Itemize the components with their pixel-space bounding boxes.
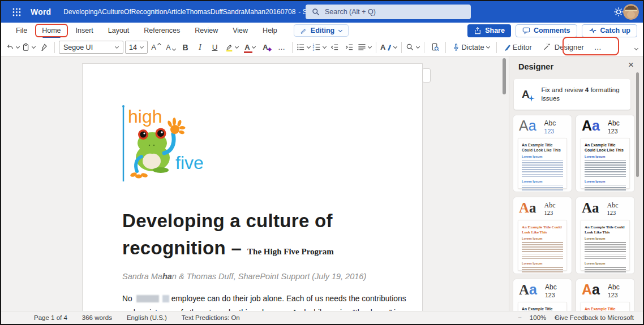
find-button[interactable]: [406, 40, 420, 54]
italic-button[interactable]: I: [194, 40, 207, 54]
chevron-down-icon: [234, 45, 238, 49]
editor-pen-icon: [504, 44, 512, 51]
mini-page-preview: An Example Title Could Look Like ThisLor…: [518, 302, 566, 311]
user-avatar[interactable]: [623, 4, 639, 20]
styles-button[interactable]: A: [380, 40, 397, 54]
chevron-down-icon: [323, 45, 327, 49]
settings-gear-icon[interactable]: [613, 7, 624, 17]
chevron-down-icon: [486, 45, 490, 49]
underline-button[interactable]: U: [208, 40, 221, 54]
search-input[interactable]: Search (Alt + Q): [306, 5, 471, 19]
chevron-down-icon: [140, 45, 144, 49]
comments-button[interactable]: Comments: [516, 24, 577, 37]
status-bar: Page 1 of 4 366 words English (U.S.) Tex…: [1, 311, 643, 324]
font-sample: Aa: [582, 118, 600, 134]
design-suggestion-card[interactable]: AaAbc123 An Example Title Could Look Lik…: [513, 115, 572, 192]
font-size-select[interactable]: 14: [125, 41, 148, 54]
editing-mode-dropdown[interactable]: Editing: [294, 24, 349, 37]
paste-button[interactable]: [22, 40, 36, 54]
grow-font-button[interactable]: A: [149, 40, 162, 54]
document-canvas[interactable]: high five: [1, 57, 509, 311]
font-sample: Aa: [519, 118, 536, 134]
document-body-text: Noemployee can do their job alone. Each …: [122, 292, 410, 311]
magnifier-icon: [406, 43, 414, 51]
highlight-color-button[interactable]: [223, 40, 240, 54]
design-suggestion-card[interactable]: AaAbc123 An Example Title Could Look Lik…: [576, 115, 635, 192]
designer-button[interactable]: Designer: [536, 40, 590, 54]
tab-insert[interactable]: Insert: [68, 23, 101, 38]
chevron-down-icon: [16, 45, 20, 49]
numbered-list-icon: 123: [312, 43, 321, 51]
catch-up-button[interactable]: Catch up: [582, 24, 637, 37]
design-suggestion-card[interactable]: AaAbc123 An Example Title Could Look Lik…: [513, 197, 572, 274]
app-launcher-waffle-icon[interactable]: [9, 5, 24, 19]
font-overflow-button[interactable]: …: [275, 40, 288, 54]
chevron-down-icon: [252, 45, 256, 49]
toolbar-divider: [401, 42, 402, 53]
design-suggestion-card[interactable]: AaAbc123 An Example Title Could Look Lik…: [513, 279, 572, 311]
font-color-button[interactable]: A: [242, 40, 259, 54]
bullets-button[interactable]: [297, 40, 311, 54]
toolbar-divider: [445, 42, 446, 53]
undo-icon: [6, 43, 14, 51]
align-justify-icon: [358, 43, 366, 51]
close-icon[interactable]: ×: [628, 60, 634, 70]
highlighter-icon: [225, 43, 233, 52]
word-count[interactable]: 366 words: [82, 314, 112, 321]
zoom-controls: − 100% +: [518, 314, 558, 321]
document-page[interactable]: high five: [82, 63, 423, 311]
tab-layout[interactable]: Layout: [101, 23, 137, 38]
text-predictions-toggle[interactable]: Text Predictions: On: [182, 314, 240, 321]
font-name-select[interactable]: Segoe UI: [59, 41, 123, 54]
ribbon-overflow-button[interactable]: …: [591, 40, 604, 54]
clear-formatting-button[interactable]: A: [260, 40, 273, 54]
bold-button[interactable]: B: [179, 40, 192, 54]
redacted-blur: [162, 295, 169, 302]
design-suggestion-card[interactable]: AaAbc123 An Example Title Could Look Lik…: [576, 279, 635, 311]
tab-view[interactable]: View: [225, 23, 255, 38]
high-five-frog-logo: high five: [120, 102, 227, 187]
collapse-ribbon-button[interactable]: [634, 43, 638, 51]
document-heading: Developing a culture of recognition – Th…: [122, 207, 419, 265]
zoom-level[interactable]: 100%: [530, 314, 546, 321]
tab-review[interactable]: Review: [187, 23, 225, 38]
toolbar-divider: [292, 42, 293, 53]
editor-button[interactable]: Editor: [501, 40, 535, 54]
collapsed-comment-stub[interactable]: [422, 68, 431, 83]
tab-references[interactable]: References: [136, 23, 187, 38]
home-ribbon-toolbar: Segoe UI 14 A A B I U A A …: [1, 38, 643, 57]
page-indicator[interactable]: Page 1 of 4: [34, 314, 67, 321]
numbering-button[interactable]: 123: [312, 40, 327, 54]
app-name[interactable]: Word: [31, 7, 51, 16]
chevron-down-icon: [307, 45, 311, 49]
alignment-button[interactable]: [358, 40, 372, 54]
designer-panel-title: Designer: [518, 62, 553, 71]
document-title-bar[interactable]: DevelopingACultureOfRecognitionArticleTh…: [63, 8, 329, 16]
format-painter-brush-icon: [40, 43, 48, 51]
tab-home[interactable]: Home: [35, 23, 68, 38]
language-indicator[interactable]: English (U.S.): [127, 314, 167, 321]
tab-file[interactable]: File: [8, 23, 35, 38]
decrease-indent-button[interactable]: [328, 40, 341, 54]
document-scrollbar-thumb[interactable]: [503, 58, 506, 94]
undo-button[interactable]: [6, 40, 20, 54]
chevron-down-icon: [115, 45, 119, 49]
designer-panel-scrollbar-thumb[interactable]: [636, 72, 639, 177]
mini-page-preview: An Example Title Could Look Like ThisLor…: [581, 302, 629, 311]
shrink-font-button[interactable]: A: [164, 40, 177, 54]
tab-help[interactable]: Help: [255, 23, 285, 38]
share-button[interactable]: Share: [467, 24, 511, 37]
search-document-view-button[interactable]: [428, 40, 441, 54]
feedback-link[interactable]: Give Feedback to Microsoft: [555, 314, 634, 321]
mini-page-preview: An Example Title Could Look Like ThisLor…: [581, 138, 629, 188]
dictate-button[interactable]: Dictate: [450, 40, 492, 54]
increase-indent-button[interactable]: [343, 40, 356, 54]
fix-formatting-card[interactable]: A Fix and review 4 formatting issues: [514, 79, 630, 110]
zoom-out-button[interactable]: −: [518, 314, 522, 321]
comment-icon: [522, 27, 530, 34]
toolbar-divider: [376, 42, 376, 53]
format-painter-button[interactable]: [37, 40, 50, 54]
chevron-down-icon: [393, 45, 397, 49]
design-suggestion-card[interactable]: AaAbc123 An Example Title Could Look Lik…: [576, 197, 635, 274]
toolbar-divider: [54, 42, 55, 53]
